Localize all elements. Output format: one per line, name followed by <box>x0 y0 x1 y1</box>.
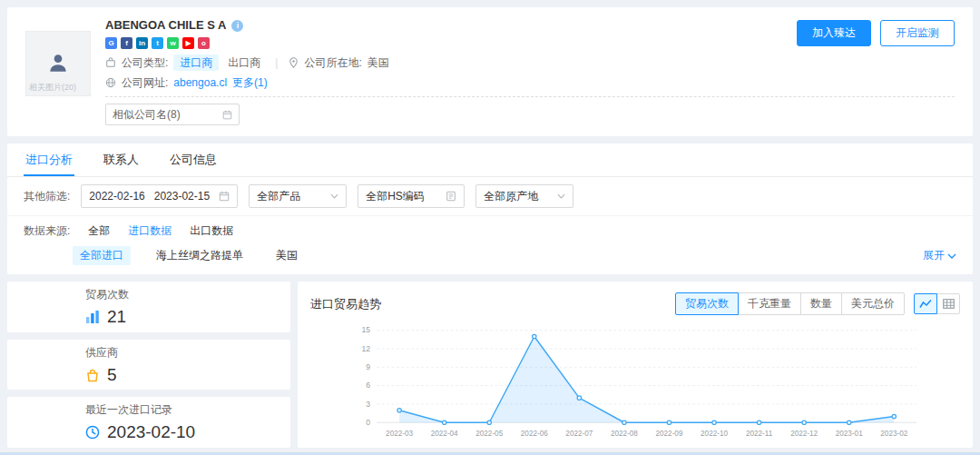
importer-type-tag[interactable]: 进口商 <box>173 54 219 71</box>
exporter-type-tag[interactable]: 出口商 <box>224 54 264 71</box>
website-more-link[interactable]: 更多(1) <box>232 75 268 90</box>
whatsapp-icon[interactable]: w <box>167 37 179 49</box>
hs-code-select[interactable]: 全部HS编码 <box>358 184 465 208</box>
dashed-divider <box>105 96 955 97</box>
svg-text:2022-05: 2022-05 <box>475 430 503 438</box>
source-option-all[interactable]: 全部 <box>88 223 110 239</box>
svg-text:0: 0 <box>366 418 370 427</box>
source-sub-options: 全部进口海上丝绸之路提单美国 <box>73 246 305 265</box>
view-toggle-group <box>914 293 960 314</box>
company-type-label: 公司类型: <box>122 55 168 70</box>
location-label: 公司所在地: <box>304 55 361 70</box>
table-view-button[interactable] <box>936 293 960 314</box>
source-sub-option-all-import[interactable]: 全部进口 <box>73 246 131 265</box>
tab-1[interactable]: 联系人 <box>102 143 141 176</box>
svg-text:2022-06: 2022-06 <box>521 430 548 438</box>
youtube-icon[interactable]: ▶ <box>182 37 194 49</box>
join-button[interactable]: 加入臻达 <box>797 20 871 46</box>
svg-text:3: 3 <box>366 400 370 409</box>
tab-2[interactable]: 公司信息 <box>168 143 219 176</box>
origin-select[interactable]: 全部原产地 <box>475 184 573 208</box>
source-option-import-data[interactable]: 进口数据 <box>128 223 172 239</box>
svg-text:2022-10: 2022-10 <box>701 430 728 438</box>
data-source-label: 数据来源: <box>24 223 70 239</box>
source-option-export-data[interactable]: 出口数据 <box>190 223 233 239</box>
trend-chart-card: 进口贸易趋势 贸易次数千克重量数量美元总价 036912152022-03202… <box>298 282 973 448</box>
tab-0[interactable]: 进口分析 <box>24 143 74 176</box>
filter-label: 其他筛选: <box>24 189 70 204</box>
image-caption: 相关图片(20) <box>29 82 76 94</box>
hs-code-select-value: 全部HS编码 <box>366 189 425 204</box>
expand-toggle[interactable]: 展开 <box>923 248 956 263</box>
stat-label: 供应商 <box>85 345 290 361</box>
svg-text:2023-02: 2023-02 <box>880 430 907 438</box>
date-range-input[interactable]: 2022-02-16 2023-02-15 <box>81 184 238 208</box>
chevron-down-icon <box>330 193 338 199</box>
chart-body: 036912152022-032022-042022-052022-062022… <box>310 319 960 442</box>
svg-text:2022-04: 2022-04 <box>431 430 458 438</box>
svg-text:12: 12 <box>361 344 370 353</box>
metric-toggle-quantity[interactable]: 数量 <box>800 292 842 315</box>
line-chart-view-button[interactable] <box>914 293 937 314</box>
chevron-down-icon <box>947 253 956 259</box>
main-content: 贸易次数21供应商5最近一次进口记录2023-02-10 进口贸易趋势 贸易次数… <box>7 282 973 448</box>
stat-label: 最近一次进口记录 <box>85 402 290 418</box>
location-value: 美国 <box>368 55 389 70</box>
person-icon <box>46 51 70 77</box>
source-sub-option-silk-road-bol[interactable]: 海上丝绸之路提单 <box>149 246 250 265</box>
location-pin-icon <box>289 57 299 68</box>
stat-value: 5 <box>107 365 117 385</box>
info-icon[interactable]: i <box>231 20 243 32</box>
metric-toggle-kg-weight[interactable]: 千克重量 <box>738 292 801 315</box>
stat-card-trade-count: 贸易次数21 <box>7 282 290 332</box>
similar-company-value: 相似公司名(8) <box>113 107 181 123</box>
date-start: 2022-02-16 <box>89 190 144 203</box>
source-options: 全部进口数据出口数据 <box>88 223 233 239</box>
monitor-button[interactable]: 开启监测 <box>880 20 955 46</box>
date-end: 2023-02-15 <box>154 190 210 203</box>
metric-toggle-group: 贸易次数千克重量数量美元总价 <box>675 292 905 315</box>
instagram-icon[interactable]: o <box>198 37 210 49</box>
page: 相关图片(20) ABENGOA CHILE S A i Gfintw▶o 公司… <box>0 0 980 455</box>
similar-company-select[interactable]: 相似公司名(8) <box>105 104 240 125</box>
product-select-value: 全部产品 <box>257 189 300 204</box>
facebook-icon[interactable]: f <box>121 37 132 49</box>
trend-chart: 036912152022-032022-042022-052022-062022… <box>310 319 960 442</box>
svg-text:2022-08: 2022-08 <box>611 430 638 438</box>
tabs-filter-card: 进口分析联系人公司信息 其他筛选: 2022-02-16 2023-02-15 … <box>7 143 973 274</box>
stat-card-last-import-record: 最近一次进口记录2023-02-10 <box>7 397 290 448</box>
website-link[interactable]: abengoa.cl <box>173 75 227 90</box>
bar-chart-icon <box>85 310 100 324</box>
chart-title: 进口贸易趋势 <box>310 296 381 312</box>
product-select[interactable]: 全部产品 <box>249 184 347 208</box>
svg-text:15: 15 <box>361 325 370 334</box>
google-icon[interactable]: G <box>105 37 117 49</box>
calendar-icon <box>219 191 230 202</box>
svg-text:2022-11: 2022-11 <box>746 430 773 438</box>
expand-label: 展开 <box>923 248 945 263</box>
website-label: 公司网址: <box>122 75 168 90</box>
svg-text:9: 9 <box>366 362 370 371</box>
stat-value: 2023-02-10 <box>107 422 195 442</box>
stat-value: 21 <box>107 307 126 327</box>
svg-text:2022-12: 2022-12 <box>790 430 818 438</box>
metric-toggle-usd-total[interactable]: 美元总价 <box>841 292 905 315</box>
calendar-icon <box>222 110 232 120</box>
company-name: ABENGOA CHILE S A <box>105 18 226 33</box>
tabs: 进口分析联系人公司信息 <box>7 143 973 177</box>
twitter-icon[interactable]: t <box>152 37 163 49</box>
table-icon <box>943 299 955 309</box>
clock-icon <box>85 425 100 440</box>
svg-text:6: 6 <box>366 381 370 390</box>
company-header-card: 相关图片(20) ABENGOA CHILE S A i Gfintw▶o 公司… <box>7 7 973 136</box>
linkedin-icon[interactable]: in <box>136 37 148 49</box>
filter-row: 其他筛选: 2022-02-16 2023-02-15 全部产品 全部HS编码 <box>7 177 973 216</box>
metric-toggle-trade-count[interactable]: 贸易次数 <box>675 292 739 315</box>
company-image[interactable]: 相关图片(20) <box>25 31 91 96</box>
svg-text:2022-07: 2022-07 <box>565 430 593 438</box>
svg-text:2022-03: 2022-03 <box>386 430 413 438</box>
source-sub-option-usa[interactable]: 美国 <box>269 246 305 265</box>
origin-select-value: 全部原产地 <box>484 189 538 204</box>
supplier-icon <box>85 368 100 382</box>
globe-icon <box>105 77 116 88</box>
